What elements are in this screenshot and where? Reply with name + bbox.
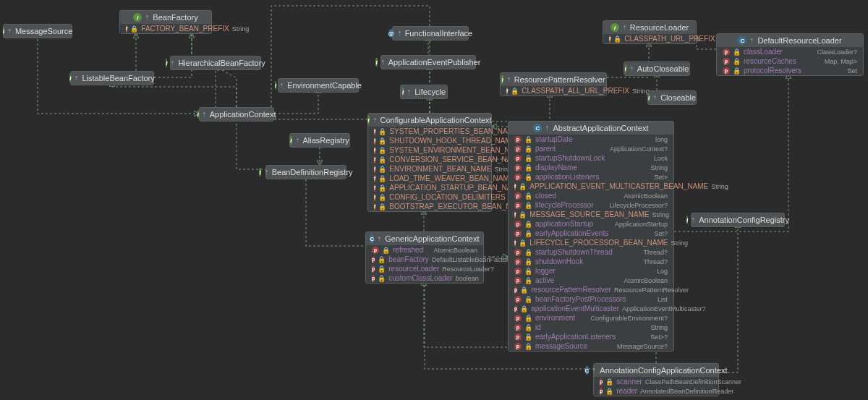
field-row[interactable]: f🔒ENVIRONMENT_BEAN_NAMEString (368, 164, 491, 174)
field-name: scanner (616, 378, 642, 386)
field-name: CLASSPATH_ALL_URL_PREFIX (522, 87, 629, 95)
field-row[interactable]: p🔒resourcePatternResolverResourcePattern… (509, 285, 673, 294)
field-row[interactable]: p🔒resourceLoaderResourceLoader? (366, 264, 483, 273)
field-row[interactable]: p🔒protocolResolversSet (717, 66, 863, 75)
field-row[interactable]: f🔒CLASSPATH_ALL_URL_PREFIXString (501, 86, 606, 95)
node-title: MessageSource (15, 27, 73, 35)
class-node-aliasRegistry[interactable]: I⇡AliasRegistry (289, 133, 350, 148)
field-type: boolean (456, 275, 479, 282)
field-row[interactable]: f🔒APPLICATION_STARTUP_BEAN_NAMEString (368, 183, 491, 192)
field-row[interactable]: f🔒MESSAGE_SOURCE_BEAN_NAMEString (509, 210, 673, 219)
class-node-hierarchicalBeanFactory[interactable]: I⇡HierarchicalBeanFactory (170, 56, 261, 70)
class-node-abstractApplicationContext[interactable]: C⇡AbstractApplicationContextp🔒startupDat… (508, 121, 674, 352)
class-node-resourceLoader[interactable]: I⇡ResourceLoaderf🔒CLASSPATH_URL_PREFIXSt… (603, 20, 697, 44)
type-icon: C (585, 366, 590, 375)
type-icon: I (3, 27, 4, 35)
field-row[interactable]: p🔒classLoaderClassLoader? (717, 47, 863, 56)
node-title: ApplicationEventPublisher (388, 58, 481, 67)
node-header: I⇡BeanFactory (120, 11, 211, 24)
field-icon: f (506, 88, 508, 95)
field-name: SYSTEM_PROPERTIES_BEAN_NAME (389, 127, 518, 135)
class-node-closeable[interactable]: I⇡Closeable (647, 90, 697, 105)
fields-list: p🔒classLoaderClassLoader?p🔒resourceCache… (717, 47, 863, 75)
field-row[interactable]: p🔒activeAtomicBoolean (509, 276, 673, 285)
field-row[interactable]: f🔒BOOTSTRAP_EXECUTOR_BEAN_NAMEString (368, 202, 491, 211)
class-node-functionalInterface[interactable]: @⇡FunctionalInterface (392, 26, 469, 41)
field-icon: p (514, 164, 522, 171)
field-icon: f (374, 184, 375, 192)
field-row[interactable]: f🔒SYSTEM_ENVIRONMENT_BEAN_NAMEString (368, 145, 491, 155)
class-node-applicationContext[interactable]: I⇡ApplicationContext (199, 107, 274, 122)
field-name: CONVERSION_SERVICE_BEAN_NAME (389, 156, 522, 163)
field-row[interactable]: f🔒APPLICATION_EVENT_MULTICASTER_BEAN_NAM… (509, 182, 673, 191)
field-icon: p (514, 221, 522, 228)
field-row[interactable]: p🔒beanFactoryPostProcessorsList (509, 294, 673, 304)
field-row[interactable]: f🔒FACTORY_BEAN_PREFIXString (120, 24, 211, 33)
field-row[interactable]: p🔒shutdownHookThread? (509, 257, 673, 266)
class-node-beanFactory[interactable]: I⇡BeanFactoryf🔒FACTORY_BEAN_PREFIXString (119, 10, 212, 34)
header-extra: ⇡ (264, 169, 269, 176)
field-row[interactable]: p🔒closedAtomicBoolean (509, 191, 673, 200)
class-node-defaultResourceLoader[interactable]: C⇡DefaultResourceLoaderp🔒classLoaderClas… (716, 33, 864, 76)
field-row[interactable]: f🔒CONVERSION_SERVICE_BEAN_NAMEString (368, 155, 491, 164)
field-row[interactable]: p🔒lifecycleProcessorLifecycleProcessor? (509, 200, 673, 210)
type-icon: I (69, 74, 71, 82)
field-icon: f (514, 183, 516, 190)
class-node-configurableApplicationContext[interactable]: I⇡ConfigurableApplicationContextf🔒SYSTEM… (367, 113, 492, 212)
header-extra: ⇡ (407, 89, 412, 95)
header-extra: ⇡ (170, 60, 175, 67)
field-icon: f (609, 35, 610, 43)
class-node-applicationEventPublisher[interactable]: I⇡ApplicationEventPublisher (380, 55, 476, 69)
field-row[interactable]: f🔒LIFECYCLE_PROCESSOR_BEAN_NAMEString (509, 238, 673, 247)
node-header: I⇡ResourceLoader (603, 21, 696, 34)
class-node-annotationConfigApplicationContext[interactable]: C⇡AnnotationConfigApplicationContextp🔒sc… (593, 363, 719, 396)
field-icon: f (514, 211, 516, 218)
class-node-resourcePatternResolver[interactable]: I⇡ResourcePatternResolverf🔒CLASSPATH_ALL… (500, 72, 607, 96)
type-icon: I (375, 58, 377, 67)
field-row[interactable]: f🔒SHUTDOWN_HOOK_THREAD_NAMEString (368, 136, 491, 145)
field-type: String (711, 183, 728, 190)
field-row[interactable]: p🔒resourceCachesMap, Map> (717, 56, 863, 66)
field-row[interactable]: p🔒applicationStartupApplicationStartup (509, 219, 673, 229)
field-name: beanFactoryPostProcessors (535, 295, 626, 303)
field-row[interactable]: p🔒earlyApplicationListenersSet>? (509, 332, 673, 341)
field-row[interactable]: p🔒readerAnnotatedBeanDefinitionReader (594, 386, 718, 396)
class-node-beanDefinitionRegistry[interactable]: I⇡BeanDefinitionRegistry (265, 165, 346, 179)
class-node-autoCloseable[interactable]: I⇡AutoCloseable (624, 61, 690, 76)
field-row[interactable]: f🔒SYSTEM_PROPERTIES_BEAN_NAMEString (368, 127, 491, 136)
field-icon: p (514, 136, 522, 143)
class-node-environmentCapable[interactable]: I⇡EnvironmentCapable (278, 78, 359, 93)
field-row[interactable]: f🔒CONFIG_LOCATION_DELIMITERSString (368, 192, 491, 202)
field-row[interactable]: p🔒startupShutdownThreadThread? (509, 247, 673, 257)
class-node-annotationConfigRegistry[interactable]: I⇡AnnotationConfigRegistry (691, 213, 785, 227)
field-row[interactable]: p🔒customClassLoaderboolean (366, 273, 483, 283)
field-row[interactable]: p🔒refreshedAtomicBoolean (366, 245, 483, 255)
field-row[interactable]: p🔒displayNameString (509, 163, 673, 172)
field-row[interactable]: p🔒startupDatelong (509, 135, 673, 144)
type-icon: I (501, 75, 503, 84)
field-row[interactable]: f🔒CLASSPATH_URL_PREFIXString (603, 34, 696, 43)
field-row[interactable]: f🔒LOAD_TIME_WEAVER_BEAN_NAMEString (368, 174, 491, 183)
class-node-lifecycle[interactable]: I⇡Lifecycle (400, 85, 448, 99)
field-row[interactable]: p🔒startupShutdownLockLock (509, 153, 673, 163)
field-row[interactable]: p🔒beanFactoryDefaultListableBeanFactory (366, 255, 483, 264)
field-row[interactable]: p🔒earlyApplicationEventsSet? (509, 229, 673, 238)
field-row[interactable]: p🔒parentApplicationContext? (509, 144, 673, 153)
header-extra: ⇡ (373, 117, 378, 124)
field-row[interactable]: p🔒loggerLog (509, 266, 673, 276)
node-header: I⇡Closeable (648, 91, 696, 104)
field-icon: p (514, 286, 517, 294)
field-row[interactable]: p🔒applicationEventMulticasterApplication… (509, 304, 673, 313)
class-node-listableBeanFactory[interactable]: I⇡ListableBeanFactory (70, 71, 154, 85)
field-row[interactable]: p🔒idString (509, 323, 673, 332)
class-node-messageSource[interactable]: I⇡MessageSource (3, 24, 72, 38)
class-node-genericApplicationContext[interactable]: C⇡GenericApplicationContextp🔒refreshedAt… (365, 231, 484, 284)
field-row[interactable]: p🔒scannerClassPathBeanDefinitionScanner (594, 377, 718, 386)
field-type: ResourcePatternResolver (614, 286, 689, 294)
field-row[interactable]: p🔒environmentConfigurableEnvironment? (509, 313, 673, 323)
field-type: Set>? (650, 333, 668, 341)
field-row[interactable]: p🔒messageSourceMessageSource? (509, 341, 673, 351)
lock-icon: 🔒 (524, 268, 532, 275)
field-name: resourceLoader (388, 265, 439, 273)
field-row[interactable]: p🔒applicationListenersSet> (509, 172, 673, 182)
